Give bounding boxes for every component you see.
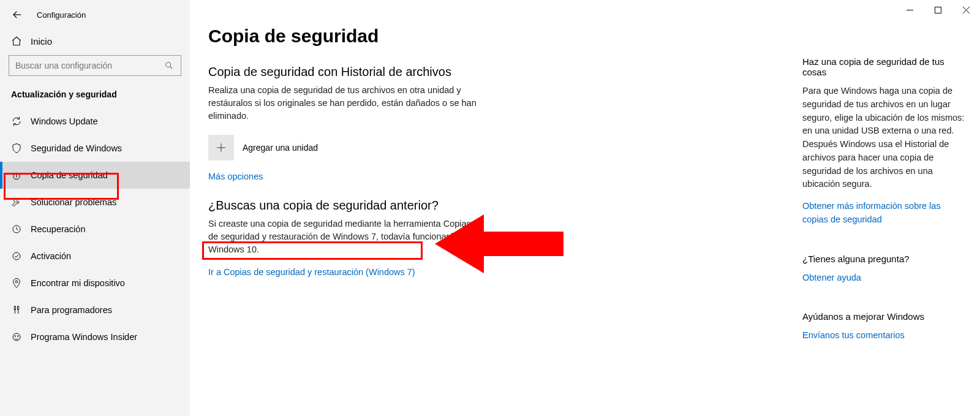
sidebar-item-label: Windows Update [31,116,98,126]
svg-rect-1 [935,7,941,13]
win7-backup-link[interactable]: Ir a Copias de seguridad y restauración … [208,267,415,277]
window-controls [895,0,980,20]
svg-line-6 [170,67,173,69]
close-button[interactable] [952,0,980,20]
previous-backup-desc: Si creaste una copia de seguridad median… [208,217,478,256]
aside-question-heading: ¿Tienes alguna pregunta? [802,254,968,264]
sidebar: Configuración Inicio Actualización y seg… [0,0,190,416]
svg-point-10 [13,252,20,260]
file-history-heading: Copia de seguridad con Historial de arch… [208,65,478,79]
find-icon [11,278,22,289]
dev-icon [11,304,22,316]
aside-question-link[interactable]: Obtener ayuda [802,273,861,282]
shield-icon [11,143,22,154]
sidebar-item-label: Para programadores [31,305,112,315]
svg-point-17 [15,336,16,337]
home-icon [11,36,22,47]
minimize-button[interactable] [895,0,924,20]
svg-point-5 [166,62,171,67]
previous-backup-heading: ¿Buscas una copia de seguridad anterior? [208,199,478,213]
aside-backup-heading: Haz una copia de seguridad de tus cosas [802,56,968,77]
sidebar-home-label: Inicio [31,36,52,47]
sidebar-item-wrench[interactable]: Solucionar problemas [0,189,190,216]
sidebar-home[interactable]: Inicio [0,29,190,53]
aside-panel: Haz una copia de seguridad de tus cosas … [802,0,980,416]
sidebar-item-recovery[interactable]: Recuperación [0,216,190,243]
backup-icon [11,170,22,181]
sidebar-item-label: Solucionar problemas [31,197,116,207]
add-drive-row[interactable]: Agregar una unidad [208,135,478,161]
svg-rect-13 [18,306,19,309]
aside-feedback-heading: Ayúdanos a mejorar Windows [802,311,968,322]
sidebar-item-activation[interactable]: Activación [0,243,190,270]
sidebar-item-backup[interactable]: Copia de seguridad [0,162,190,189]
sidebar-item-label: Activación [31,251,71,261]
main-content: Copia de seguridad Copia de seguridad co… [190,0,802,416]
sidebar-item-label: Programa Windows Insider [31,332,137,342]
insider-icon [11,331,22,342]
aside-backup-link[interactable]: Obtener más información sobre las copias… [802,201,941,224]
sidebar-item-label: Encontrar mi dispositivo [31,278,125,288]
svg-point-11 [15,281,18,283]
file-history-desc: Realiza una copia de seguridad de tus ar… [208,84,478,123]
wrench-icon [11,197,22,208]
sidebar-item-label: Copia de seguridad [31,170,108,180]
sidebar-item-label: Seguridad de Windows [31,143,122,153]
search-input[interactable] [15,61,164,70]
add-drive-label: Agregar una unidad [243,143,318,153]
back-button[interactable] [11,9,23,21]
svg-point-18 [18,336,19,337]
maximize-button[interactable] [924,0,952,20]
aside-backup-desc: Para que Windows haga una copia de segur… [802,85,968,191]
sync-icon [11,116,22,127]
sidebar-item-dev[interactable]: Para programadores [0,297,190,323]
sidebar-item-insider[interactable]: Programa Windows Insider [0,323,190,350]
svg-rect-12 [14,306,15,309]
activation-icon [11,251,22,262]
add-drive-button[interactable] [208,135,234,161]
sidebar-item-shield[interactable]: Seguridad de Windows [0,135,190,162]
aside-feedback-link[interactable]: Envíanos tus comentarios [802,330,905,340]
search-icon [164,60,175,71]
more-options-link[interactable]: Más opciones [208,172,263,181]
recovery-icon [11,224,22,235]
sidebar-item-find[interactable]: Encontrar mi dispositivo [0,270,190,297]
sidebar-nav: Windows UpdateSeguridad de WindowsCopia … [0,108,190,350]
sidebar-item-label: Recuperación [31,224,85,234]
page-title: Copia de seguridad [208,26,784,47]
sidebar-category: Actualización y seguridad [0,89,190,108]
sidebar-item-sync[interactable]: Windows Update [0,108,190,135]
search-box[interactable] [9,55,181,76]
window-title: Configuración [37,10,86,20]
